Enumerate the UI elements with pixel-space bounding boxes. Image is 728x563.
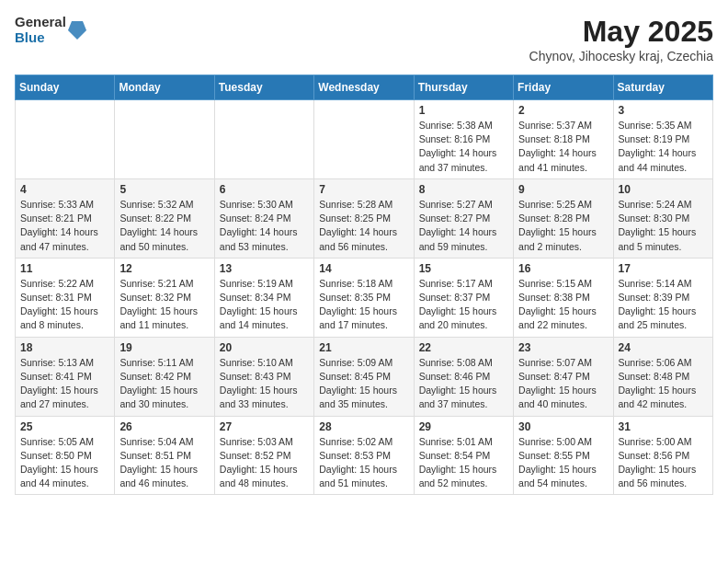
page-header: General Blue May 2025 Chynov, Jihocesky …: [15, 15, 713, 63]
day-info: Sunrise: 5:30 AM Sunset: 8:24 PM Dayligh…: [220, 198, 309, 254]
calendar-cell: 5Sunrise: 5:32 AM Sunset: 8:22 PM Daylig…: [115, 178, 214, 258]
day-number: 23: [518, 341, 608, 354]
day-number: 2: [518, 104, 608, 117]
calendar-cell: 6Sunrise: 5:30 AM Sunset: 8:24 PM Daylig…: [214, 178, 313, 258]
calendar-cell: 31Sunrise: 5:00 AM Sunset: 8:56 PM Dayli…: [613, 416, 712, 495]
day-number: 26: [119, 420, 209, 433]
logo-icon: [68, 19, 86, 41]
day-info: Sunrise: 5:35 AM Sunset: 8:19 PM Dayligh…: [619, 119, 708, 175]
day-number: 13: [220, 262, 309, 275]
day-number: 25: [20, 420, 109, 433]
day-info: Sunrise: 5:13 AM Sunset: 8:41 PM Dayligh…: [20, 356, 109, 412]
calendar-cell: 26Sunrise: 5:04 AM Sunset: 8:51 PM Dayli…: [115, 416, 214, 495]
calendar-cell: 28Sunrise: 5:02 AM Sunset: 8:53 PM Dayli…: [314, 416, 414, 495]
day-info: Sunrise: 5:15 AM Sunset: 8:38 PM Dayligh…: [518, 277, 608, 333]
calendar-cell: 17Sunrise: 5:14 AM Sunset: 8:39 PM Dayli…: [613, 258, 712, 337]
calendar-cell: 3Sunrise: 5:35 AM Sunset: 8:19 PM Daylig…: [613, 100, 712, 179]
calendar-cell: [16, 100, 115, 179]
day-info: Sunrise: 5:09 AM Sunset: 8:45 PM Dayligh…: [319, 356, 408, 412]
day-number: 28: [319, 420, 408, 433]
day-number: 29: [419, 420, 508, 433]
day-of-week-header: Thursday: [414, 75, 513, 100]
day-number: 5: [119, 183, 209, 196]
location-subtitle: Chynov, Jihocesky kraj, Czechia: [529, 49, 713, 63]
day-number: 20: [220, 341, 309, 354]
day-info: Sunrise: 5:14 AM Sunset: 8:39 PM Dayligh…: [619, 277, 708, 333]
day-info: Sunrise: 5:00 AM Sunset: 8:55 PM Dayligh…: [518, 435, 608, 491]
calendar-cell: 7Sunrise: 5:28 AM Sunset: 8:25 PM Daylig…: [314, 178, 414, 258]
calendar-cell: 9Sunrise: 5:25 AM Sunset: 8:28 PM Daylig…: [514, 178, 613, 258]
day-info: Sunrise: 5:32 AM Sunset: 8:22 PM Dayligh…: [119, 198, 209, 254]
calendar-cell: 12Sunrise: 5:21 AM Sunset: 8:32 PM Dayli…: [115, 258, 214, 337]
calendar-cell: 30Sunrise: 5:00 AM Sunset: 8:55 PM Dayli…: [514, 416, 613, 495]
day-info: Sunrise: 5:38 AM Sunset: 8:16 PM Dayligh…: [419, 119, 508, 175]
day-of-week-header: Monday: [115, 75, 214, 100]
day-number: 22: [419, 341, 508, 354]
calendar-cell: 4Sunrise: 5:33 AM Sunset: 8:21 PM Daylig…: [16, 178, 115, 258]
calendar-cell: 19Sunrise: 5:11 AM Sunset: 8:42 PM Dayli…: [115, 337, 214, 416]
calendar-cell: 20Sunrise: 5:10 AM Sunset: 8:43 PM Dayli…: [214, 337, 313, 416]
calendar-cell: 11Sunrise: 5:22 AM Sunset: 8:31 PM Dayli…: [16, 258, 115, 337]
day-info: Sunrise: 5:07 AM Sunset: 8:47 PM Dayligh…: [518, 356, 608, 412]
calendar-cell: 27Sunrise: 5:03 AM Sunset: 8:52 PM Dayli…: [214, 416, 313, 495]
day-number: 10: [619, 183, 708, 196]
day-number: 15: [419, 262, 508, 275]
day-info: Sunrise: 5:19 AM Sunset: 8:34 PM Dayligh…: [220, 277, 309, 333]
day-info: Sunrise: 5:18 AM Sunset: 8:35 PM Dayligh…: [319, 277, 408, 333]
calendar-cell: 24Sunrise: 5:06 AM Sunset: 8:48 PM Dayli…: [613, 337, 712, 416]
calendar-cell: 18Sunrise: 5:13 AM Sunset: 8:41 PM Dayli…: [16, 337, 115, 416]
day-number: 11: [20, 262, 109, 275]
day-number: 21: [319, 341, 408, 354]
day-number: 31: [619, 420, 708, 433]
logo-general-text: General: [15, 15, 66, 30]
calendar-header-row: SundayMondayTuesdayWednesdayThursdayFrid…: [16, 75, 713, 100]
day-info: Sunrise: 5:04 AM Sunset: 8:51 PM Dayligh…: [119, 435, 209, 491]
day-number: 4: [20, 183, 109, 196]
day-info: Sunrise: 5:25 AM Sunset: 8:28 PM Dayligh…: [518, 198, 608, 254]
calendar-cell: [314, 100, 414, 179]
day-of-week-header: Tuesday: [214, 75, 313, 100]
month-title: May 2025: [529, 15, 713, 49]
calendar-cell: 13Sunrise: 5:19 AM Sunset: 8:34 PM Dayli…: [214, 258, 313, 337]
day-of-week-header: Sunday: [16, 75, 115, 100]
day-info: Sunrise: 5:10 AM Sunset: 8:43 PM Dayligh…: [220, 356, 309, 412]
day-info: Sunrise: 5:06 AM Sunset: 8:48 PM Dayligh…: [619, 356, 708, 412]
day-number: 27: [220, 420, 309, 433]
calendar-cell: [214, 100, 313, 179]
calendar-cell: 10Sunrise: 5:24 AM Sunset: 8:30 PM Dayli…: [613, 178, 712, 258]
day-info: Sunrise: 5:17 AM Sunset: 8:37 PM Dayligh…: [419, 277, 508, 333]
day-number: 16: [518, 262, 608, 275]
day-info: Sunrise: 5:08 AM Sunset: 8:46 PM Dayligh…: [419, 356, 508, 412]
calendar-week-row: 25Sunrise: 5:05 AM Sunset: 8:50 PM Dayli…: [16, 416, 713, 495]
day-number: 19: [119, 341, 209, 354]
calendar-cell: 16Sunrise: 5:15 AM Sunset: 8:38 PM Dayli…: [514, 258, 613, 337]
day-info: Sunrise: 5:28 AM Sunset: 8:25 PM Dayligh…: [319, 198, 408, 254]
calendar-cell: 22Sunrise: 5:08 AM Sunset: 8:46 PM Dayli…: [414, 337, 513, 416]
day-number: 6: [220, 183, 309, 196]
logo-blue-text: Blue: [15, 30, 66, 46]
day-number: 24: [619, 341, 708, 354]
day-number: 1: [419, 104, 508, 117]
calendar-cell: 15Sunrise: 5:17 AM Sunset: 8:37 PM Dayli…: [414, 258, 513, 337]
day-info: Sunrise: 5:27 AM Sunset: 8:27 PM Dayligh…: [419, 198, 508, 254]
day-number: 8: [419, 183, 508, 196]
day-number: 9: [518, 183, 608, 196]
calendar-week-row: 18Sunrise: 5:13 AM Sunset: 8:41 PM Dayli…: [16, 337, 713, 416]
day-of-week-header: Friday: [514, 75, 613, 100]
calendar-cell: 23Sunrise: 5:07 AM Sunset: 8:47 PM Dayli…: [514, 337, 613, 416]
calendar-cell: [115, 100, 214, 179]
day-of-week-header: Wednesday: [314, 75, 414, 100]
day-info: Sunrise: 5:03 AM Sunset: 8:52 PM Dayligh…: [220, 435, 309, 491]
day-info: Sunrise: 5:24 AM Sunset: 8:30 PM Dayligh…: [619, 198, 708, 254]
day-number: 18: [20, 341, 109, 354]
day-number: 14: [319, 262, 408, 275]
day-number: 7: [319, 183, 408, 196]
day-number: 17: [619, 262, 708, 275]
calendar-cell: 14Sunrise: 5:18 AM Sunset: 8:35 PM Dayli…: [314, 258, 414, 337]
calendar-week-row: 1Sunrise: 5:38 AM Sunset: 8:16 PM Daylig…: [16, 100, 713, 179]
day-info: Sunrise: 5:37 AM Sunset: 8:18 PM Dayligh…: [518, 119, 608, 175]
day-info: Sunrise: 5:22 AM Sunset: 8:31 PM Dayligh…: [20, 277, 109, 333]
calendar-week-row: 11Sunrise: 5:22 AM Sunset: 8:31 PM Dayli…: [16, 258, 713, 337]
day-info: Sunrise: 5:01 AM Sunset: 8:54 PM Dayligh…: [419, 435, 508, 491]
day-number: 30: [518, 420, 608, 433]
